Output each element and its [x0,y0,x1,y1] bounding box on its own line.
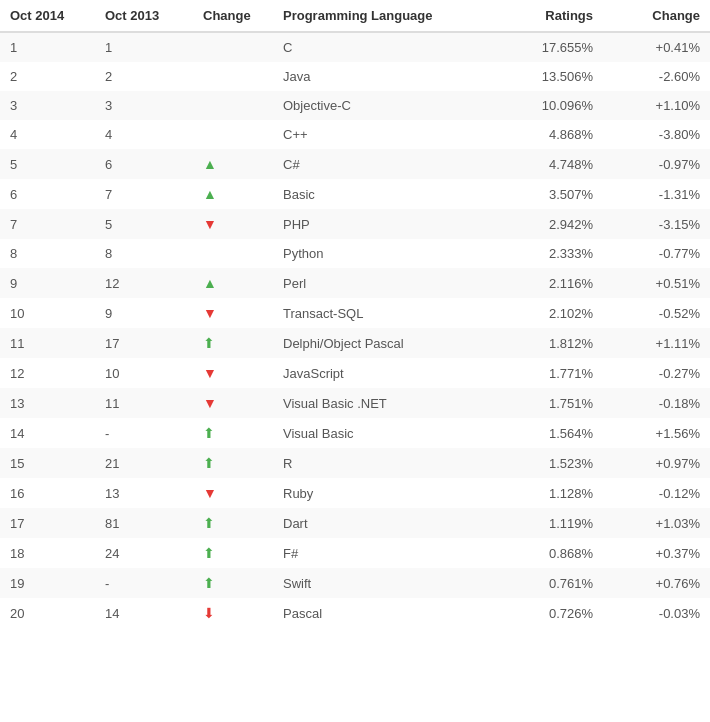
cell-oct2013: 5 [95,209,193,239]
cell-change2: -0.12% [603,478,710,508]
table-row: 11 17 ⬆ Delphi/Object Pascal 1.812% +1.1… [0,328,710,358]
cell-oct2014: 9 [0,268,95,298]
arrow-up-double-icon: ⬆ [203,335,215,351]
table-row: 9 12 ▲ Perl 2.116% +0.51% [0,268,710,298]
cell-ratings: 2.942% [493,209,603,239]
cell-change-icon: ⬇ [193,598,273,628]
cell-change2: +1.56% [603,418,710,448]
cell-change-icon: ▼ [193,298,273,328]
cell-change-icon: ⬆ [193,508,273,538]
cell-oct2014: 4 [0,120,95,149]
cell-lang: C [273,32,493,62]
table-header: Oct 2014 Oct 2013 Change Programming Lan… [0,0,710,32]
cell-oct2013: 17 [95,328,193,358]
cell-change-icon: ▼ [193,209,273,239]
cell-oct2014: 16 [0,478,95,508]
cell-change-icon: ▼ [193,358,273,388]
cell-oct2013: 14 [95,598,193,628]
table-row: 1 1 C 17.655% +0.41% [0,32,710,62]
cell-ratings: 3.507% [493,179,603,209]
cell-oct2014: 17 [0,508,95,538]
cell-lang: Visual Basic [273,418,493,448]
cell-ratings: 1.751% [493,388,603,418]
cell-lang: JavaScript [273,358,493,388]
cell-change2: -0.77% [603,239,710,268]
cell-ratings: 2.333% [493,239,603,268]
cell-change-icon [193,91,273,120]
cell-lang: Dart [273,508,493,538]
cell-oct2014: 18 [0,538,95,568]
arrow-up-double-icon: ⬆ [203,575,215,591]
header-oct2013: Oct 2013 [95,0,193,32]
cell-oct2014: 14 [0,418,95,448]
table-row: 19 - ⬆ Swift 0.761% +0.76% [0,568,710,598]
header-change: Change [193,0,273,32]
table-row: 5 6 ▲ C# 4.748% -0.97% [0,149,710,179]
header-ratings: Ratings [493,0,603,32]
cell-change2: +0.37% [603,538,710,568]
arrow-up-icon: ▲ [203,156,217,172]
table-row: 17 81 ⬆ Dart 1.119% +1.03% [0,508,710,538]
cell-change2: -0.97% [603,149,710,179]
cell-lang: Objective-C [273,91,493,120]
cell-oct2013: 8 [95,239,193,268]
cell-ratings: 2.102% [493,298,603,328]
arrow-down-icon: ▼ [203,395,217,411]
cell-oct2014: 3 [0,91,95,120]
cell-oct2013: 6 [95,149,193,179]
cell-oct2014: 13 [0,388,95,418]
cell-oct2013: - [95,418,193,448]
cell-change-icon [193,32,273,62]
cell-oct2014: 15 [0,448,95,478]
arrow-up-double-icon: ⬆ [203,455,215,471]
cell-change2: -0.18% [603,388,710,418]
cell-lang: Transact-SQL [273,298,493,328]
cell-oct2013: 11 [95,388,193,418]
cell-change-icon: ▲ [193,268,273,298]
arrow-up-double-icon: ⬆ [203,545,215,561]
cell-ratings: 0.726% [493,598,603,628]
cell-lang: Swift [273,568,493,598]
table-row: 7 5 ▼ PHP 2.942% -3.15% [0,209,710,239]
cell-lang: F# [273,538,493,568]
cell-ratings: 2.116% [493,268,603,298]
table-row: 18 24 ⬆ F# 0.868% +0.37% [0,538,710,568]
cell-change-icon [193,62,273,91]
cell-ratings: 1.771% [493,358,603,388]
arrow-down-double-icon: ⬇ [203,605,215,621]
cell-oct2014: 11 [0,328,95,358]
table-row: 6 7 ▲ Basic 3.507% -1.31% [0,179,710,209]
cell-change-icon: ▼ [193,388,273,418]
cell-change2: +0.41% [603,32,710,62]
cell-ratings: 13.506% [493,62,603,91]
cell-change2: -3.15% [603,209,710,239]
cell-oct2013: 81 [95,508,193,538]
arrow-down-icon: ▼ [203,305,217,321]
table-row: 4 4 C++ 4.868% -3.80% [0,120,710,149]
cell-change-icon: ▲ [193,149,273,179]
cell-change-icon: ⬆ [193,568,273,598]
header-oct2014: Oct 2014 [0,0,95,32]
cell-lang: Pascal [273,598,493,628]
table-row: 13 11 ▼ Visual Basic .NET 1.751% -0.18% [0,388,710,418]
cell-oct2014: 20 [0,598,95,628]
cell-ratings: 10.096% [493,91,603,120]
table-row: 15 21 ⬆ R 1.523% +0.97% [0,448,710,478]
cell-oct2013: 4 [95,120,193,149]
cell-lang: C++ [273,120,493,149]
cell-ratings: 0.761% [493,568,603,598]
table-row: 14 - ⬆ Visual Basic 1.564% +1.56% [0,418,710,448]
cell-change-icon [193,239,273,268]
cell-change-icon: ⬆ [193,448,273,478]
cell-oct2014: 5 [0,149,95,179]
cell-lang: Basic [273,179,493,209]
arrow-up-icon: ▲ [203,275,217,291]
cell-ratings: 0.868% [493,538,603,568]
cell-change2: -1.31% [603,179,710,209]
table-row: 2 2 Java 13.506% -2.60% [0,62,710,91]
cell-oct2014: 12 [0,358,95,388]
rankings-table: Oct 2014 Oct 2013 Change Programming Lan… [0,0,710,628]
cell-oct2014: 10 [0,298,95,328]
cell-change-icon: ▼ [193,478,273,508]
cell-oct2013: 1 [95,32,193,62]
